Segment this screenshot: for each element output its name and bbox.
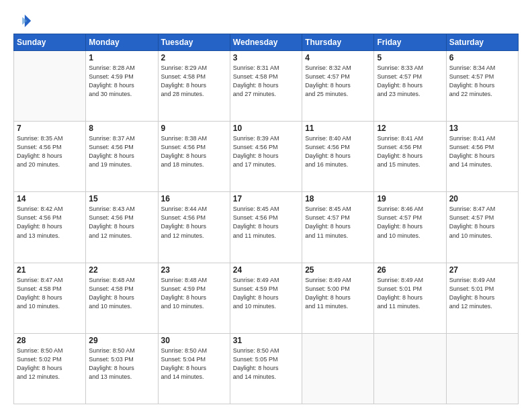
day-info: Sunrise: 8:45 AM Sunset: 4:57 PM Dayligh… <box>305 205 371 240</box>
page: SundayMondayTuesdayWednesdayThursdayFrid… <box>0 0 532 411</box>
day-info: Sunrise: 8:39 AM Sunset: 4:56 PM Dayligh… <box>233 134 299 169</box>
calendar-cell: 10Sunrise: 8:39 AM Sunset: 4:56 PM Dayli… <box>230 122 302 192</box>
calendar-cell: 23Sunrise: 8:48 AM Sunset: 4:59 PM Dayli… <box>158 263 230 333</box>
day-number: 12 <box>377 124 443 133</box>
day-info: Sunrise: 8:49 AM Sunset: 5:00 PM Dayligh… <box>305 276 371 311</box>
day-info: Sunrise: 8:49 AM Sunset: 4:59 PM Dayligh… <box>233 276 299 311</box>
day-number: 24 <box>233 265 299 275</box>
calendar-cell: 12Sunrise: 8:41 AM Sunset: 4:56 PM Dayli… <box>374 122 446 192</box>
calendar-header-row: SundayMondayTuesdayWednesdayThursdayFrid… <box>14 34 519 51</box>
day-info: Sunrise: 8:46 AM Sunset: 4:57 PM Dayligh… <box>377 205 443 240</box>
day-info: Sunrise: 8:32 AM Sunset: 4:57 PM Dayligh… <box>305 64 371 99</box>
day-info: Sunrise: 8:50 AM Sunset: 5:05 PM Dayligh… <box>233 347 299 381</box>
day-number: 27 <box>449 265 515 275</box>
calendar-header-monday: Monday <box>86 34 158 51</box>
calendar-week-row: 21Sunrise: 8:47 AM Sunset: 4:58 PM Dayli… <box>14 263 519 333</box>
calendar-cell: 9Sunrise: 8:38 AM Sunset: 4:56 PM Daylig… <box>158 122 230 192</box>
day-info: Sunrise: 8:31 AM Sunset: 4:58 PM Dayligh… <box>233 64 299 99</box>
day-number: 28 <box>17 336 83 345</box>
calendar-cell: 26Sunrise: 8:49 AM Sunset: 5:01 PM Dayli… <box>374 263 446 333</box>
day-info: Sunrise: 8:38 AM Sunset: 4:56 PM Dayligh… <box>161 134 227 169</box>
day-number: 9 <box>161 124 227 133</box>
day-info: Sunrise: 8:45 AM Sunset: 4:56 PM Dayligh… <box>233 205 299 240</box>
day-number: 18 <box>305 194 371 203</box>
calendar-cell: 11Sunrise: 8:40 AM Sunset: 4:56 PM Dayli… <box>302 122 374 192</box>
calendar-header-saturday: Saturday <box>446 34 518 51</box>
day-info: Sunrise: 8:41 AM Sunset: 4:56 PM Dayligh… <box>377 134 443 169</box>
day-info: Sunrise: 8:49 AM Sunset: 5:01 PM Dayligh… <box>449 276 515 311</box>
calendar-cell: 1Sunrise: 8:28 AM Sunset: 4:59 PM Daylig… <box>86 51 158 122</box>
calendar-cell: 31Sunrise: 8:50 AM Sunset: 5:05 PM Dayli… <box>230 333 302 404</box>
calendar-header-wednesday: Wednesday <box>230 34 302 51</box>
day-number: 22 <box>89 265 154 275</box>
day-info: Sunrise: 8:37 AM Sunset: 4:56 PM Dayligh… <box>89 134 154 169</box>
day-number: 4 <box>305 53 371 62</box>
day-info: Sunrise: 8:40 AM Sunset: 4:56 PM Dayligh… <box>305 134 371 169</box>
day-info: Sunrise: 8:48 AM Sunset: 4:59 PM Dayligh… <box>161 276 227 311</box>
calendar-cell <box>302 333 374 404</box>
calendar-cell: 5Sunrise: 8:33 AM Sunset: 4:57 PM Daylig… <box>374 51 446 122</box>
calendar-cell: 7Sunrise: 8:35 AM Sunset: 4:56 PM Daylig… <box>14 122 86 192</box>
day-info: Sunrise: 8:41 AM Sunset: 4:56 PM Dayligh… <box>449 134 515 169</box>
day-number: 7 <box>17 124 83 133</box>
day-number: 6 <box>449 53 515 62</box>
day-number: 16 <box>161 194 227 203</box>
day-info: Sunrise: 8:49 AM Sunset: 5:01 PM Dayligh… <box>377 276 443 311</box>
day-info: Sunrise: 8:33 AM Sunset: 4:57 PM Dayligh… <box>377 64 443 99</box>
day-number: 21 <box>17 265 83 275</box>
day-number: 30 <box>161 336 227 345</box>
day-info: Sunrise: 8:50 AM Sunset: 5:02 PM Dayligh… <box>17 347 83 381</box>
logo <box>13 12 35 31</box>
day-number: 15 <box>89 194 154 203</box>
day-number: 5 <box>377 53 443 62</box>
day-number: 1 <box>89 53 154 62</box>
calendar-cell: 3Sunrise: 8:31 AM Sunset: 4:58 PM Daylig… <box>230 51 302 122</box>
calendar-header-tuesday: Tuesday <box>158 34 230 51</box>
calendar-cell <box>446 333 518 404</box>
day-number: 25 <box>305 265 371 275</box>
calendar-cell: 8Sunrise: 8:37 AM Sunset: 4:56 PM Daylig… <box>86 122 158 192</box>
day-number: 11 <box>305 124 371 133</box>
calendar-cell: 24Sunrise: 8:49 AM Sunset: 4:59 PM Dayli… <box>230 263 302 333</box>
day-number: 14 <box>17 194 83 203</box>
calendar-week-row: 7Sunrise: 8:35 AM Sunset: 4:56 PM Daylig… <box>14 122 519 192</box>
day-info: Sunrise: 8:48 AM Sunset: 4:58 PM Dayligh… <box>89 276 154 311</box>
calendar-cell: 30Sunrise: 8:50 AM Sunset: 5:04 PM Dayli… <box>158 333 230 404</box>
calendar-cell: 6Sunrise: 8:34 AM Sunset: 4:57 PM Daylig… <box>446 51 518 122</box>
calendar-cell: 19Sunrise: 8:46 AM Sunset: 4:57 PM Dayli… <box>374 192 446 263</box>
calendar-cell: 16Sunrise: 8:44 AM Sunset: 4:56 PM Dayli… <box>158 192 230 263</box>
day-info: Sunrise: 8:47 AM Sunset: 4:57 PM Dayligh… <box>449 205 515 240</box>
calendar-cell: 17Sunrise: 8:45 AM Sunset: 4:56 PM Dayli… <box>230 192 302 263</box>
day-number: 10 <box>233 124 299 133</box>
day-number: 19 <box>377 194 443 203</box>
day-number: 23 <box>161 265 227 275</box>
calendar-week-row: 14Sunrise: 8:42 AM Sunset: 4:56 PM Dayli… <box>14 192 519 263</box>
day-number: 2 <box>161 53 227 62</box>
calendar-header-thursday: Thursday <box>302 34 374 51</box>
calendar-cell: 21Sunrise: 8:47 AM Sunset: 4:58 PM Dayli… <box>14 263 86 333</box>
day-number: 20 <box>449 194 515 203</box>
calendar-cell: 4Sunrise: 8:32 AM Sunset: 4:57 PM Daylig… <box>302 51 374 122</box>
calendar-cell <box>14 51 86 122</box>
day-info: Sunrise: 8:34 AM Sunset: 4:57 PM Dayligh… <box>449 64 515 99</box>
day-number: 29 <box>89 336 154 345</box>
calendar-header-friday: Friday <box>374 34 446 51</box>
header <box>13 12 519 31</box>
calendar-cell: 13Sunrise: 8:41 AM Sunset: 4:56 PM Dayli… <box>446 122 518 192</box>
calendar-week-row: 1Sunrise: 8:28 AM Sunset: 4:59 PM Daylig… <box>14 51 519 122</box>
calendar-cell: 28Sunrise: 8:50 AM Sunset: 5:02 PM Dayli… <box>14 333 86 404</box>
day-info: Sunrise: 8:44 AM Sunset: 4:56 PM Dayligh… <box>161 205 227 240</box>
calendar-cell: 2Sunrise: 8:29 AM Sunset: 4:58 PM Daylig… <box>158 51 230 122</box>
calendar-cell: 18Sunrise: 8:45 AM Sunset: 4:57 PM Dayli… <box>302 192 374 263</box>
day-number: 26 <box>377 265 443 275</box>
day-info: Sunrise: 8:47 AM Sunset: 4:58 PM Dayligh… <box>17 276 83 311</box>
day-number: 17 <box>233 194 299 203</box>
calendar-cell: 20Sunrise: 8:47 AM Sunset: 4:57 PM Dayli… <box>446 192 518 263</box>
logo-icon <box>13 12 32 31</box>
calendar-table: SundayMondayTuesdayWednesdayThursdayFrid… <box>13 34 519 404</box>
calendar-cell <box>374 333 446 404</box>
day-info: Sunrise: 8:50 AM Sunset: 5:03 PM Dayligh… <box>89 347 154 381</box>
calendar-cell: 29Sunrise: 8:50 AM Sunset: 5:03 PM Dayli… <box>86 333 158 404</box>
calendar-week-row: 28Sunrise: 8:50 AM Sunset: 5:02 PM Dayli… <box>14 333 519 404</box>
day-info: Sunrise: 8:50 AM Sunset: 5:04 PM Dayligh… <box>161 347 227 381</box>
